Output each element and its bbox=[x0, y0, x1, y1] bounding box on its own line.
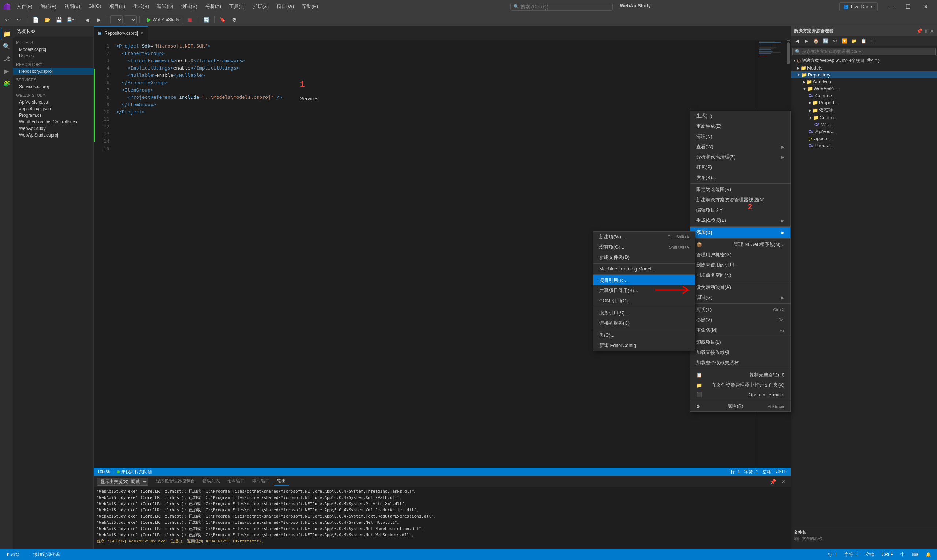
sol-more-btn[interactable]: ⋯ bbox=[869, 37, 877, 45]
apiversions-item[interactable]: ApiVersions.cs bbox=[13, 99, 93, 105]
minimize-button[interactable]: — bbox=[882, 0, 899, 13]
ctx-load-direct[interactable]: 加载直接依赖项 bbox=[690, 347, 790, 358]
sol-back-btn[interactable]: ◀ bbox=[792, 37, 801, 45]
ctx-edit-proj[interactable]: 编辑项目文件 bbox=[690, 205, 790, 215]
close-button[interactable]: ✕ bbox=[917, 0, 934, 13]
tab-repository-csproj[interactable]: ▣ Repository.csproj × bbox=[94, 26, 148, 40]
ctx-publish[interactable]: 发布(B)... bbox=[690, 172, 790, 183]
sol-pin-btn[interactable]: 📌 bbox=[916, 28, 922, 34]
save-all-btn[interactable]: 💾+ bbox=[66, 15, 76, 25]
ctx-scope[interactable]: 限定为此范围(S) bbox=[690, 185, 790, 195]
status-char[interactable]: 字符: 1 bbox=[842, 552, 860, 558]
add-editorconfig[interactable]: 新建 EditorConfig bbox=[593, 340, 695, 351]
add-ml-model[interactable]: Machine Learning Model... bbox=[593, 264, 695, 274]
output-pin-btn[interactable]: 📌 bbox=[768, 478, 778, 485]
run-activity-icon[interactable]: ▶ bbox=[1, 65, 12, 77]
status-notifications[interactable]: 🔔 bbox=[923, 552, 933, 557]
save-btn[interactable]: 💾 bbox=[54, 15, 64, 25]
status-line[interactable]: 行: 1 bbox=[826, 552, 839, 558]
sol-repository-node[interactable]: ▼ 📁 Repository bbox=[791, 71, 937, 78]
ctx-clean[interactable]: 清理(N) bbox=[690, 131, 790, 142]
sol-settings-btn[interactable]: ⚙ bbox=[831, 37, 839, 45]
menu-project[interactable]: 项目(P) bbox=[106, 2, 129, 11]
menu-window[interactable]: 窗口(W) bbox=[273, 2, 298, 11]
menu-file[interactable]: 文件(F) bbox=[13, 2, 36, 11]
user-cs-item[interactable]: User.cs bbox=[13, 53, 93, 59]
status-keyboard[interactable]: ⌨ bbox=[910, 552, 920, 557]
debug-config-select[interactable]: Debug bbox=[110, 15, 123, 24]
sol-appsettings-json-node[interactable]: { } appset... bbox=[791, 135, 937, 142]
sol-models-node[interactable]: ▶ 📁 Models bbox=[791, 65, 937, 71]
sol-close-btn[interactable]: ✕ bbox=[930, 28, 934, 34]
maximize-button[interactable]: ☐ bbox=[900, 0, 917, 13]
add-new-folder[interactable]: 新建文件夹(D) bbox=[593, 252, 695, 262]
redo-btn[interactable]: ↪ bbox=[14, 15, 24, 25]
forward-btn[interactable]: ▶ bbox=[94, 15, 104, 25]
ctx-unload[interactable]: 卸载项目(L) bbox=[690, 337, 790, 347]
scroll-thumb[interactable] bbox=[787, 43, 790, 65]
status-lang[interactable]: 中 bbox=[898, 552, 907, 558]
sol-view-btn[interactable]: 📋 bbox=[859, 37, 868, 45]
services-csproj-item[interactable]: Services.csproj bbox=[13, 83, 93, 90]
ctx-new-view[interactable]: 新建解决方案资源管理器视图(N) bbox=[690, 195, 790, 205]
menu-edit[interactable]: 编辑(E) bbox=[37, 2, 60, 11]
program-item[interactable]: Program.cs bbox=[13, 112, 93, 118]
undo-btn[interactable]: ↩ bbox=[2, 15, 12, 25]
menu-extensions[interactable]: 扩展(X) bbox=[249, 2, 272, 11]
ctx-debug-menu[interactable]: 调试(G) ▶ bbox=[690, 292, 790, 303]
status-space[interactable]: 空格 bbox=[863, 552, 877, 558]
extensions-icon[interactable]: 🧩 bbox=[1, 78, 12, 89]
tab-packages[interactable]: 程序包管理器控制台 bbox=[152, 477, 198, 486]
add-existing-item[interactable]: 现有项(G)... Shift+Alt+A bbox=[593, 242, 695, 252]
add-com-ref[interactable]: COM 引用(C)... bbox=[593, 296, 695, 306]
sol-program-cs-node[interactable]: C# Progra... bbox=[791, 142, 937, 149]
repo-csproj-item[interactable]: Repository.csproj bbox=[13, 68, 93, 75]
ctx-load-all[interactable]: 加载整个依赖关系树 bbox=[690, 358, 790, 368]
webapistudy-csproj-item[interactable]: WebApiStudy.csproj bbox=[13, 132, 93, 138]
ctx-cut[interactable]: 剪切(T) Ctrl+X bbox=[690, 305, 790, 315]
ctx-add[interactable]: 添加(D) ▶ bbox=[690, 227, 790, 237]
menu-analyze[interactable]: 分析(A) bbox=[202, 2, 225, 11]
sol-collapse-btn[interactable]: 📁 bbox=[849, 37, 858, 45]
sol-connec-node[interactable]: C# Connec... bbox=[791, 92, 937, 99]
sol-controllers-node[interactable]: ▼ 📁 Contro... bbox=[791, 114, 937, 121]
sol-apiversions-cs-node[interactable]: C# ApiVers... bbox=[791, 128, 937, 135]
new-file-btn[interactable]: 📄 bbox=[31, 15, 41, 25]
sol-propert-node[interactable]: ▶ 📁 Propert... bbox=[791, 99, 937, 106]
search-box[interactable]: 🔍 bbox=[510, 3, 613, 11]
tab-output[interactable]: 输出 bbox=[274, 477, 289, 486]
ctx-properties[interactable]: ⚙ 属性(R) Alt+Enter bbox=[690, 401, 790, 411]
sol-refresh-btn[interactable]: 🔄 bbox=[821, 37, 830, 45]
sol-search-box[interactable]: 🔍 bbox=[792, 48, 935, 55]
output-close-btn[interactable]: ✕ bbox=[779, 478, 788, 485]
refresh-btn[interactable]: 🔄 bbox=[201, 15, 212, 25]
platform-select[interactable]: Any CPU bbox=[124, 15, 137, 24]
status-branch[interactable]: ⬆ 就绪 bbox=[4, 552, 22, 558]
add-connected-service[interactable]: 连接的服务(C) bbox=[593, 318, 695, 328]
status-add-source[interactable]: ↑ 添加到源代码 bbox=[28, 552, 62, 558]
menu-help[interactable]: 帮助(H) bbox=[298, 2, 322, 11]
tab-errors[interactable]: 错误列表 bbox=[200, 477, 223, 486]
run-button[interactable]: ▶ WebApiStudy bbox=[143, 15, 183, 24]
sol-filter-btn[interactable]: 🔽 bbox=[840, 37, 849, 45]
ctx-set-startup[interactable]: 设为启动项目(A) bbox=[690, 282, 790, 292]
sol-webapistudy-node[interactable]: ▼ 📁 WebApiSt... bbox=[791, 85, 937, 92]
ctx-sync-ns[interactable]: 同步命名空间(N) bbox=[690, 270, 790, 280]
appsettings-item[interactable]: appsettings.json bbox=[13, 105, 93, 112]
add-shared-ref[interactable]: 共享项目引用(S)... bbox=[593, 286, 695, 296]
sol-deps-node[interactable]: ▶ 📁 依赖项 bbox=[791, 106, 937, 114]
sol-weather-cs-node[interactable]: C# Wea... bbox=[791, 121, 937, 128]
open-btn[interactable]: 📂 bbox=[42, 15, 52, 25]
menu-debug[interactable]: 调试(D) bbox=[153, 2, 177, 11]
menu-tools[interactable]: 工具(T) bbox=[225, 2, 249, 11]
ctx-rename[interactable]: 重命名(M) F2 bbox=[690, 325, 790, 335]
scroll-up-arrow[interactable] bbox=[787, 40, 790, 42]
ctx-remove-unused[interactable]: 删除未使用的引用... bbox=[690, 260, 790, 270]
tab-immediate[interactable]: 即时窗口 bbox=[249, 477, 273, 486]
menu-git[interactable]: Git(G) bbox=[85, 2, 105, 11]
back-btn[interactable]: ◀ bbox=[82, 15, 92, 25]
git-icon[interactable]: ⎇ bbox=[1, 53, 12, 65]
bookmark-btn[interactable]: 🔖 bbox=[218, 15, 228, 25]
ctx-analyze[interactable]: 分析和代码清理(Z) ▶ bbox=[690, 152, 790, 162]
ctx-open-in-explorer[interactable]: 📁 在文件资源管理器中打开文件夹(X) bbox=[690, 380, 790, 390]
